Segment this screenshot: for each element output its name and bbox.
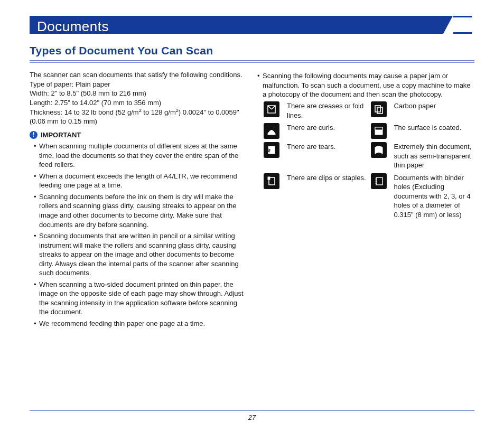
problem-label: There are tears. (287, 142, 368, 152)
important-notes-list: When scanning multiple documents of diff… (30, 142, 247, 328)
spec-line: Thickness: 14 to 32 lb bond (52 g/m2 to … (30, 108, 247, 126)
chapter-title: Documents (30, 16, 474, 36)
important-icon: ! (30, 131, 38, 139)
problem-label: There are clips or staples. (287, 173, 368, 183)
right-intro: Scanning the following documents may cau… (257, 71, 474, 99)
problem-label: There are creases or fold lines. (287, 101, 368, 120)
heading-rule (30, 60, 474, 63)
important-callout: ! IMPORTANT (30, 130, 247, 140)
svg-point-8 (376, 181, 377, 182)
page: Documents Types of Document You Can Scan… (0, 0, 504, 432)
footer-rule (30, 410, 474, 411)
clips-icon (264, 173, 279, 189)
problem-label: Documents with binder holes (Excluding d… (394, 173, 475, 220)
svg-point-9 (376, 183, 377, 184)
svg-rect-3 (375, 127, 382, 130)
page-footer: 27 (30, 410, 474, 422)
right-intro-list: Scanning the following documents may cau… (257, 71, 474, 99)
note-item: When a document exceeds the length of A4… (34, 172, 247, 190)
binder-holes-icon (371, 173, 387, 189)
problem-label: Extremely thin document, such as semi-tr… (394, 142, 475, 170)
svg-rect-5 (268, 177, 270, 180)
svg-point-7 (376, 179, 377, 180)
curls-icon (264, 123, 279, 139)
spec-line: Type of paper: Plain paper (30, 80, 247, 89)
spec-line: The scanner can scan documents that sati… (30, 70, 247, 80)
svg-rect-6 (376, 177, 382, 185)
coated-icon (371, 123, 387, 139)
section-heading: Types of Document You Can Scan (30, 43, 474, 58)
problem-label: The surface is coated. (394, 123, 475, 133)
carbon-paper-icon (371, 101, 387, 117)
problem-label: There are curls. (287, 123, 368, 133)
note-item: When scanning multiple documents of diff… (34, 142, 247, 170)
spec-line: Width: 2" to 8.5" (50.8 mm to 216 mm) (30, 89, 247, 98)
chapter-banner: Documents (30, 16, 474, 34)
problem-documents-grid: There are creases or fold lines. Carbon … (257, 101, 474, 219)
left-column: The scanner can scan documents that sati… (30, 70, 247, 330)
two-column-body: The scanner can scan documents that sati… (30, 70, 474, 330)
right-column: Scanning the following documents may cau… (257, 70, 474, 330)
problem-label: Carbon paper (394, 101, 475, 111)
note-item: Scanning documents before the ink on the… (34, 192, 247, 229)
page-number: 27 (248, 414, 256, 421)
spec-block: The scanner can scan documents that sati… (30, 70, 247, 126)
note-item: Scanning documents that are written in p… (34, 231, 247, 278)
spec-line: Length: 2.75" to 14.02" (70 mm to 356 mm… (30, 98, 247, 108)
svg-rect-1 (377, 107, 382, 114)
thin-paper-icon (371, 142, 387, 158)
svg-rect-0 (375, 106, 380, 112)
note-item: We recommend feeding thin paper one page… (34, 319, 247, 328)
creases-icon (264, 101, 279, 117)
tears-icon (264, 142, 279, 158)
note-item: When scanning a two-sided document print… (34, 280, 247, 317)
important-label: IMPORTANT (41, 130, 81, 140)
